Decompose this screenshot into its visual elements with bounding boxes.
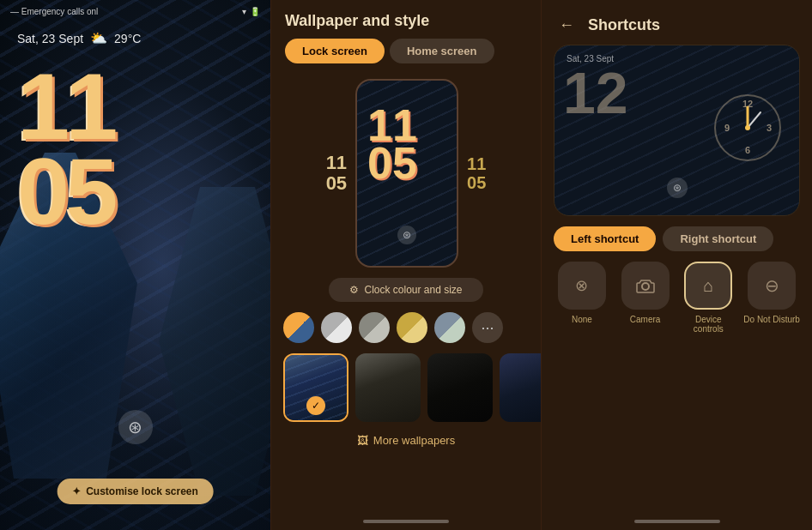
wallpaper-title: Wallpaper and style [285,12,527,30]
tab-lock-screen[interactable]: Lock screen [285,39,385,63]
selected-checkmark: ✓ [306,396,325,415]
small-clock-left: 11 05 [326,153,347,194]
svg-line-6 [748,112,760,128]
shortcut-label-device-controls: Device controls [681,315,737,334]
clock-colour-label: Clock colour and size [364,284,462,296]
preview-clock-digits: 12 [563,67,628,119]
svg-text:6: 6 [745,145,750,155]
status-icons: ▾ 🔋 [242,7,260,16]
battery-icon: 🔋 [250,7,260,16]
small-clock-min: 05 [326,173,347,194]
shortcut-label-none: None [572,315,592,324]
small-clock-right: 11 05 [467,154,486,192]
shortcut-icon-camera[interactable] [621,262,670,310]
tab-right-shortcut[interactable]: Right shortcut [663,226,773,251]
fingerprint-glyph: ⊛ [128,417,142,437]
wallpaper-thumb-2[interactable] [355,353,421,422]
back-button[interactable]: ← [554,12,579,38]
none-icon: ⊗ [575,276,588,295]
tab-row: Lock screen Home screen [285,39,527,63]
color-swatch-3[interactable] [359,312,390,343]
shortcut-label-camera: Camera [630,315,661,324]
fingerprint-icon[interactable]: ⊛ [118,410,153,444]
home-icon: ⌂ [703,276,713,296]
customise-label: Customise lock screen [86,485,198,497]
dnd-icon: ⊖ [765,275,779,296]
wallpaper-thumbnails-row: ✓ [271,350,541,429]
shortcut-item-dnd: ⊖ Do Not Disturb [743,262,800,334]
clock-minute: 05 [17,148,253,233]
shortcut-label-dnd: Do Not Disturb [743,315,800,324]
camera-icon [635,275,656,296]
more-wallpapers-button[interactable]: 🖼 More wallpapers [271,429,541,452]
customise-icon: ✦ [72,485,81,497]
wallpaper-thumb-4[interactable] [500,353,542,422]
color-palette-row: ··· [271,305,541,350]
phone-preview-mockup[interactable]: 11 05 ⊛ [355,79,458,268]
color-swatch-5[interactable] [434,312,465,343]
preview-fingerprint-icon: ⊛ [667,178,688,198]
date-display: Sat, 23 Sept ⛅ 29°C [0,20,270,46]
shortcuts-phone-preview: Sat, 23 Sept 12 12 3 6 9 ⊛ [554,45,800,216]
shortcut-icon-device-controls[interactable]: ⌂ [684,262,732,310]
wallpaper-thumb-1[interactable]: ✓ [283,353,348,422]
shortcut-tab-row: Left shortcut Right shortcut [542,216,812,258]
shortcuts-title: Shortcuts [588,16,660,34]
panel-shortcuts: ← Shortcuts Sat, 23 Sept 12 12 3 6 9 [542,0,812,530]
preview-hour: 12 [563,67,628,119]
phone-fingerprint-icon: ⊛ [397,226,416,244]
wifi-icon: ▾ [242,7,246,16]
tab-left-shortcut[interactable]: Left shortcut [554,226,656,251]
phone-clock: 11 05 [357,81,457,182]
shortcuts-header: ← Shortcuts [542,0,812,45]
svg-text:9: 9 [724,123,730,133]
shortcut-item-device-controls: ⌂ Device controls [681,262,737,334]
clock-preview-area: 11 05 11 05 ⊛ 11 05 [271,72,541,274]
settings-icon: ⚙ [349,284,359,296]
shortcuts-grid: ⊗ None Camera ⌂ Device controls ⊖ [542,258,812,337]
panel-lock-screen: — Emergency calls onl ▾ 🔋 Sat, 23 Sept ⛅… [0,0,270,530]
shortcut-item-camera: Camera [617,262,674,334]
svg-point-8 [642,283,649,290]
weather-icon: ⛅ [90,30,107,46]
panel-wallpaper-style: Wallpaper and style Lock screen Home scr… [270,0,542,530]
nav-indicator [363,520,449,523]
shortcut-icon-none[interactable]: ⊗ [558,262,606,310]
status-bar: — Emergency calls onl ▾ 🔋 [0,0,270,20]
small-clock-hour: 11 [326,153,347,173]
wallpaper-header: Wallpaper and style Lock screen Home scr… [271,0,541,72]
svg-text:3: 3 [767,123,772,133]
tab-home-screen[interactable]: Home screen [390,39,494,63]
wallpaper-thumb-3[interactable] [427,353,493,422]
small-clock-right-h: 11 [467,154,486,173]
color-swatch-1[interactable] [283,312,314,343]
customise-lock-screen-button[interactable]: ✦ Customise lock screen [57,479,214,504]
clock-display: 11 05 [0,46,270,233]
preview-clock: 12 12 3 6 9 [554,63,799,123]
more-colors-button[interactable]: ··· [472,312,503,343]
shortcut-icon-dnd[interactable]: ⊖ [748,262,796,310]
color-swatch-4[interactable] [397,312,427,343]
clock-hour: 11 [17,63,253,148]
more-wallpapers-label: More wallpapers [373,434,455,447]
clock-digits: 11 05 [17,63,253,233]
color-swatch-2[interactable] [321,312,352,343]
clock-colour-size-button[interactable]: ⚙ Clock colour and size [329,278,483,302]
svg-point-7 [745,125,750,130]
nav-indicator-3 [634,520,720,523]
shortcut-item-none: ⊗ None [554,262,610,334]
emergency-text: — Emergency calls onl [10,7,98,16]
date-text: Sat, 23 Sept [17,32,83,45]
image-icon: 🖼 [357,434,368,447]
small-clock-right-m: 05 [467,173,486,192]
temp-text: 29°C [114,32,141,45]
analog-clock-icon: 12 3 6 9 [713,93,782,162]
phone-clock-m: 05 [367,144,450,182]
